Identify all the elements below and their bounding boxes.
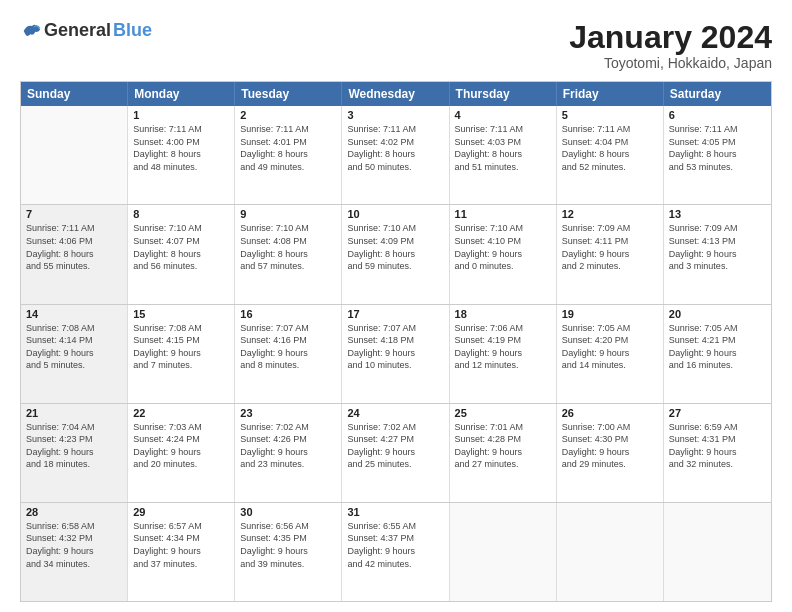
calendar-cell: 2Sunrise: 7:11 AM Sunset: 4:01 PM Daylig…: [235, 106, 342, 204]
calendar-cell: 4Sunrise: 7:11 AM Sunset: 4:03 PM Daylig…: [450, 106, 557, 204]
day-info: Sunrise: 7:06 AM Sunset: 4:19 PM Dayligh…: [455, 322, 551, 372]
calendar-cell: 18Sunrise: 7:06 AM Sunset: 4:19 PM Dayli…: [450, 305, 557, 403]
day-number: 7: [26, 208, 122, 220]
location-title: Toyotomi, Hokkaido, Japan: [569, 55, 772, 71]
title-block: January 2024 Toyotomi, Hokkaido, Japan: [569, 20, 772, 71]
day-info: Sunrise: 7:11 AM Sunset: 4:05 PM Dayligh…: [669, 123, 766, 173]
calendar-body: 1Sunrise: 7:11 AM Sunset: 4:00 PM Daylig…: [21, 106, 771, 601]
day-info: Sunrise: 7:07 AM Sunset: 4:18 PM Dayligh…: [347, 322, 443, 372]
calendar-cell: 26Sunrise: 7:00 AM Sunset: 4:30 PM Dayli…: [557, 404, 664, 502]
day-info: Sunrise: 7:10 AM Sunset: 4:07 PM Dayligh…: [133, 222, 229, 272]
day-number: 6: [669, 109, 766, 121]
page: GeneralBlue January 2024 Toyotomi, Hokka…: [0, 0, 792, 612]
day-number: 18: [455, 308, 551, 320]
calendar-cell: 8Sunrise: 7:10 AM Sunset: 4:07 PM Daylig…: [128, 205, 235, 303]
day-info: Sunrise: 6:59 AM Sunset: 4:31 PM Dayligh…: [669, 421, 766, 471]
calendar-cell: 23Sunrise: 7:02 AM Sunset: 4:26 PM Dayli…: [235, 404, 342, 502]
weekday-header: Thursday: [450, 82, 557, 106]
day-number: 27: [669, 407, 766, 419]
calendar-cell: 16Sunrise: 7:07 AM Sunset: 4:16 PM Dayli…: [235, 305, 342, 403]
day-info: Sunrise: 6:58 AM Sunset: 4:32 PM Dayligh…: [26, 520, 122, 570]
day-number: 9: [240, 208, 336, 220]
calendar-cell: 9Sunrise: 7:10 AM Sunset: 4:08 PM Daylig…: [235, 205, 342, 303]
calendar-cell: 30Sunrise: 6:56 AM Sunset: 4:35 PM Dayli…: [235, 503, 342, 601]
day-info: Sunrise: 7:11 AM Sunset: 4:04 PM Dayligh…: [562, 123, 658, 173]
weekday-header: Saturday: [664, 82, 771, 106]
calendar-cell: 25Sunrise: 7:01 AM Sunset: 4:28 PM Dayli…: [450, 404, 557, 502]
calendar-cell: 1Sunrise: 7:11 AM Sunset: 4:00 PM Daylig…: [128, 106, 235, 204]
day-info: Sunrise: 7:10 AM Sunset: 4:08 PM Dayligh…: [240, 222, 336, 272]
day-info: Sunrise: 7:08 AM Sunset: 4:15 PM Dayligh…: [133, 322, 229, 372]
day-number: 17: [347, 308, 443, 320]
day-number: 30: [240, 506, 336, 518]
calendar-cell: [557, 503, 664, 601]
calendar-cell: 5Sunrise: 7:11 AM Sunset: 4:04 PM Daylig…: [557, 106, 664, 204]
calendar-cell: 13Sunrise: 7:09 AM Sunset: 4:13 PM Dayli…: [664, 205, 771, 303]
calendar-row: 14Sunrise: 7:08 AM Sunset: 4:14 PM Dayli…: [21, 304, 771, 403]
logo: GeneralBlue: [20, 20, 152, 41]
day-number: 25: [455, 407, 551, 419]
day-number: 16: [240, 308, 336, 320]
day-number: 1: [133, 109, 229, 121]
day-number: 21: [26, 407, 122, 419]
day-number: 19: [562, 308, 658, 320]
calendar-cell: 15Sunrise: 7:08 AM Sunset: 4:15 PM Dayli…: [128, 305, 235, 403]
calendar-cell: 14Sunrise: 7:08 AM Sunset: 4:14 PM Dayli…: [21, 305, 128, 403]
day-number: 10: [347, 208, 443, 220]
calendar-cell: 6Sunrise: 7:11 AM Sunset: 4:05 PM Daylig…: [664, 106, 771, 204]
day-number: 23: [240, 407, 336, 419]
day-info: Sunrise: 6:56 AM Sunset: 4:35 PM Dayligh…: [240, 520, 336, 570]
weekday-header: Monday: [128, 82, 235, 106]
calendar-header: SundayMondayTuesdayWednesdayThursdayFrid…: [21, 82, 771, 106]
day-info: Sunrise: 7:02 AM Sunset: 4:26 PM Dayligh…: [240, 421, 336, 471]
day-info: Sunrise: 7:11 AM Sunset: 4:02 PM Dayligh…: [347, 123, 443, 173]
day-info: Sunrise: 7:07 AM Sunset: 4:16 PM Dayligh…: [240, 322, 336, 372]
calendar-cell: 22Sunrise: 7:03 AM Sunset: 4:24 PM Dayli…: [128, 404, 235, 502]
calendar-row: 7Sunrise: 7:11 AM Sunset: 4:06 PM Daylig…: [21, 204, 771, 303]
day-info: Sunrise: 7:11 AM Sunset: 4:06 PM Dayligh…: [26, 222, 122, 272]
day-info: Sunrise: 7:04 AM Sunset: 4:23 PM Dayligh…: [26, 421, 122, 471]
calendar-cell: [450, 503, 557, 601]
day-number: 11: [455, 208, 551, 220]
calendar-cell: 19Sunrise: 7:05 AM Sunset: 4:20 PM Dayli…: [557, 305, 664, 403]
day-info: Sunrise: 7:09 AM Sunset: 4:13 PM Dayligh…: [669, 222, 766, 272]
calendar: SundayMondayTuesdayWednesdayThursdayFrid…: [20, 81, 772, 602]
day-info: Sunrise: 7:00 AM Sunset: 4:30 PM Dayligh…: [562, 421, 658, 471]
logo-blue-text: Blue: [113, 20, 152, 41]
day-number: 5: [562, 109, 658, 121]
day-info: Sunrise: 7:11 AM Sunset: 4:03 PM Dayligh…: [455, 123, 551, 173]
day-number: 15: [133, 308, 229, 320]
weekday-header: Sunday: [21, 82, 128, 106]
day-info: Sunrise: 7:09 AM Sunset: 4:11 PM Dayligh…: [562, 222, 658, 272]
calendar-cell: 29Sunrise: 6:57 AM Sunset: 4:34 PM Dayli…: [128, 503, 235, 601]
day-info: Sunrise: 7:11 AM Sunset: 4:00 PM Dayligh…: [133, 123, 229, 173]
calendar-cell: 10Sunrise: 7:10 AM Sunset: 4:09 PM Dayli…: [342, 205, 449, 303]
calendar-row: 21Sunrise: 7:04 AM Sunset: 4:23 PM Dayli…: [21, 403, 771, 502]
day-number: 26: [562, 407, 658, 419]
day-number: 22: [133, 407, 229, 419]
day-info: Sunrise: 7:01 AM Sunset: 4:28 PM Dayligh…: [455, 421, 551, 471]
day-info: Sunrise: 7:08 AM Sunset: 4:14 PM Dayligh…: [26, 322, 122, 372]
day-number: 24: [347, 407, 443, 419]
day-info: Sunrise: 6:55 AM Sunset: 4:37 PM Dayligh…: [347, 520, 443, 570]
day-info: Sunrise: 6:57 AM Sunset: 4:34 PM Dayligh…: [133, 520, 229, 570]
calendar-cell: 7Sunrise: 7:11 AM Sunset: 4:06 PM Daylig…: [21, 205, 128, 303]
weekday-header: Wednesday: [342, 82, 449, 106]
day-info: Sunrise: 7:02 AM Sunset: 4:27 PM Dayligh…: [347, 421, 443, 471]
calendar-cell: 24Sunrise: 7:02 AM Sunset: 4:27 PM Dayli…: [342, 404, 449, 502]
month-title: January 2024: [569, 20, 772, 55]
day-number: 29: [133, 506, 229, 518]
calendar-cell: [664, 503, 771, 601]
logo-general-text: General: [44, 20, 111, 41]
calendar-row: 28Sunrise: 6:58 AM Sunset: 4:32 PM Dayli…: [21, 502, 771, 601]
day-info: Sunrise: 7:10 AM Sunset: 4:09 PM Dayligh…: [347, 222, 443, 272]
weekday-header: Friday: [557, 82, 664, 106]
calendar-cell: 3Sunrise: 7:11 AM Sunset: 4:02 PM Daylig…: [342, 106, 449, 204]
weekday-header: Tuesday: [235, 82, 342, 106]
day-info: Sunrise: 7:05 AM Sunset: 4:20 PM Dayligh…: [562, 322, 658, 372]
day-number: 8: [133, 208, 229, 220]
day-number: 20: [669, 308, 766, 320]
day-number: 31: [347, 506, 443, 518]
calendar-cell: [21, 106, 128, 204]
calendar-cell: 21Sunrise: 7:04 AM Sunset: 4:23 PM Dayli…: [21, 404, 128, 502]
